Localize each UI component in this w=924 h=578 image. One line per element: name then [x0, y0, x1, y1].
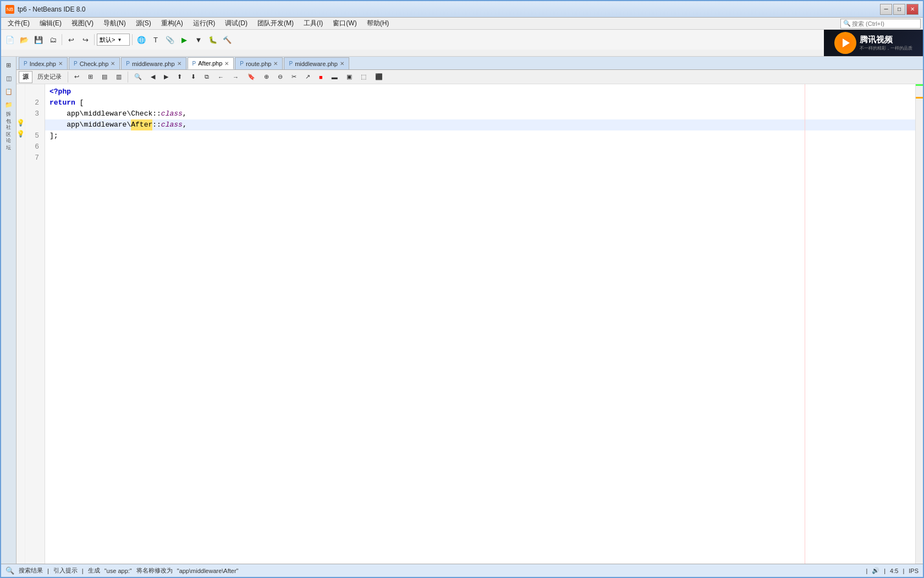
status-sep-3: |	[866, 568, 867, 574]
run-button[interactable]: ▶	[178, 33, 191, 46]
attach-button[interactable]: 📎	[163, 33, 177, 46]
toolbar-row: 📄 📂 💾 🗂 ↩ ↪ 默认> ▼ 🌐 T 📎 ▶ ▼ 🐛 🔨	[1, 30, 923, 57]
tab-icon-4: P	[193, 61, 196, 67]
chevron-down-icon: ▼	[117, 37, 122, 42]
src-search[interactable]: 🔍	[130, 71, 146, 83]
src-btn-3[interactable]: ▤	[98, 71, 111, 83]
tab-middleware-php-1[interactable]: P middleware.php ✕	[121, 57, 186, 69]
line-num-4	[25, 119, 41, 130]
src-bookmark[interactable]: 🔖	[244, 71, 259, 83]
sidebar-icon-4[interactable]: 📁	[3, 99, 15, 111]
menu-view[interactable]: 视图(V)	[67, 18, 98, 29]
status-use-app: "use app:"	[105, 568, 132, 574]
close-button[interactable]: ✕	[906, 4, 919, 15]
menu-bar: 文件(E) 编辑(E) 视图(V) 导航(N) 源(S) 重构(A) 运行(R)…	[1, 18, 923, 30]
menu-file[interactable]: 文件(E)	[3, 18, 34, 29]
src-5[interactable]: ←	[214, 71, 228, 83]
tab-close-3[interactable]: ✕	[177, 61, 182, 67]
src-stop[interactable]: ■	[315, 71, 327, 83]
menu-refactor[interactable]: 重构(A)	[157, 18, 188, 29]
debug-button[interactable]: 🐛	[206, 33, 219, 46]
gutter-bulb-2[interactable]: 💡	[16, 128, 25, 139]
menu-debug[interactable]: 调试(D)	[221, 18, 252, 29]
status-search-icon[interactable]: 🔍	[6, 566, 14, 575]
menu-search-box[interactable]: 🔍	[840, 19, 921, 29]
menu-nav[interactable]: 导航(N)	[99, 18, 130, 29]
src-9[interactable]: ✂	[288, 71, 300, 83]
menu-search-input[interactable]	[852, 20, 918, 27]
save-button[interactable]: 💾	[32, 33, 45, 46]
undo-button[interactable]: ↩	[64, 33, 78, 46]
sidebar-icon-5[interactable]: 拆包	[3, 112, 15, 124]
gutter-bulb-1[interactable]: 💡	[16, 117, 25, 128]
sidebar-icon-7[interactable]: 论坛	[3, 138, 15, 150]
clean-build-button[interactable]: 🔨	[221, 33, 234, 46]
history-button[interactable]: 历史记录	[34, 71, 65, 83]
php-open-tag: <?php	[50, 86, 71, 97]
src-next[interactable]: ▶	[160, 71, 172, 83]
src-14[interactable]: ⬛	[371, 71, 387, 83]
menu-source[interactable]: 源(S)	[131, 18, 156, 29]
status-search-results[interactable]: 搜索结果	[19, 566, 43, 575]
sidebar-icon-3[interactable]: 📋	[3, 85, 15, 97]
src-prev[interactable]: ◀	[147, 71, 159, 83]
right-scrollbar[interactable]	[915, 84, 923, 564]
tab-close-6[interactable]: ✕	[340, 61, 344, 67]
tab-close-5[interactable]: ✕	[273, 61, 278, 67]
sidebar-icon-2[interactable]: ◫	[3, 72, 15, 84]
menu-window[interactable]: 窗口(W)	[328, 18, 361, 29]
src-btn-4[interactable]: ▥	[112, 71, 125, 83]
play-arrow-icon	[843, 39, 850, 47]
globe-button[interactable]: 🌐	[135, 33, 148, 46]
tab-route-php[interactable]: P route.php ✕	[235, 57, 283, 69]
menu-team[interactable]: 团队开发(M)	[253, 18, 298, 29]
bracket-open: [	[75, 97, 84, 108]
tab-label-4: After.php	[198, 60, 222, 67]
src-12[interactable]: ▣	[343, 71, 356, 83]
status-position: 4:5	[890, 568, 898, 574]
redo-button[interactable]: ↪	[79, 33, 92, 46]
config-dropdown[interactable]: 默认> ▼	[97, 34, 130, 46]
menu-help[interactable]: 帮助(H)	[362, 18, 394, 29]
source-view-button[interactable]: 源	[19, 71, 32, 83]
code-editor[interactable]: <?php return [ app\middleware\Check::cla…	[45, 84, 915, 564]
save-all-button[interactable]: 🗂	[46, 33, 59, 46]
src-down[interactable]: ⬇	[187, 71, 200, 83]
src-6[interactable]: →	[229, 71, 243, 83]
tab-close-4[interactable]: ✕	[224, 61, 229, 67]
open-file-button[interactable]: 📂	[18, 33, 31, 46]
menu-tools[interactable]: 工具(I)	[299, 18, 327, 29]
tab-label-2: Check.php	[80, 61, 109, 67]
minimize-button[interactable]: ─	[880, 4, 892, 15]
tab-index-php[interactable]: P Index.php ✕	[19, 57, 68, 69]
sidebar-icon-1[interactable]: ⊞	[3, 59, 15, 71]
src-btn-2[interactable]: ⊞	[84, 71, 97, 83]
tab-check-php[interactable]: P Check.php ✕	[69, 57, 120, 69]
status-hint[interactable]: 引入提示	[53, 566, 78, 575]
tab-after-php[interactable]: P After.php ✕	[188, 57, 234, 69]
src-13[interactable]: ⬚	[357, 71, 370, 83]
status-new-name: "app\middleware\After"	[177, 568, 239, 574]
menu-edit[interactable]: 编辑(E)	[35, 18, 66, 29]
src-10[interactable]: ↗	[301, 71, 314, 83]
src-7[interactable]: ⊕	[260, 71, 273, 83]
run-dropdown[interactable]: ▼	[192, 33, 205, 46]
tag-button[interactable]: T	[149, 33, 162, 46]
maximize-button[interactable]: □	[893, 4, 905, 15]
tab-close-2[interactable]: ✕	[111, 61, 115, 67]
menu-run[interactable]: 运行(R)	[189, 18, 220, 29]
new-file-button[interactable]: 📄	[3, 33, 16, 46]
src-copy[interactable]: ⧉	[201, 71, 213, 83]
src-8[interactable]: ⊖	[274, 71, 287, 83]
tab-close-1[interactable]: ✕	[58, 61, 63, 67]
status-generate[interactable]: 生成	[88, 566, 100, 575]
src-11[interactable]: ▬	[328, 71, 342, 83]
src-up[interactable]: ⬆	[173, 71, 186, 83]
source-toolbar: 源 历史记录 ↩ ⊞ ▤ ▥ 🔍 ◀ ▶ ⬆ ⬇ ⧉ ← → 🔖 ⊕ ⊖	[16, 70, 923, 84]
tab-icon-5: P	[240, 61, 244, 67]
tab-middleware-php-2[interactable]: P middleware.php ✕	[284, 57, 349, 69]
sidebar-icon-6[interactable]: 社区	[3, 125, 15, 137]
tencent-text-area: 腾讯视频 不一样的精彩，一样的品质	[860, 35, 912, 51]
status-sep-5: |	[903, 568, 904, 574]
src-btn-1[interactable]: ↩	[70, 71, 83, 83]
